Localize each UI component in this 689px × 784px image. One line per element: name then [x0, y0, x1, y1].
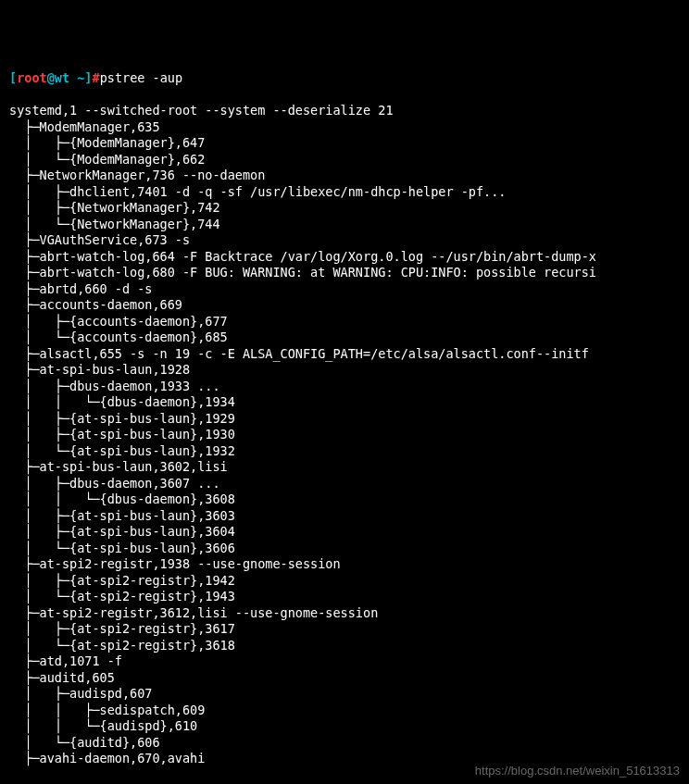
output-line: │ └─{auditd},606 — [9, 735, 680, 752]
output-line: │ ├─{at-spi-bus-laun},3604 — [9, 524, 680, 541]
output-line: │ ├─dhclient,7401 -d -q -sf /usr/libexec… — [9, 184, 680, 201]
output-line: │ │ └─{dbus-daemon},1934 — [9, 394, 680, 411]
output-line: │ ├─dbus-daemon,3607 ... — [9, 476, 680, 492]
output-line: ├─abrt-watch-log,680 -F BUG: WARNING: at… — [9, 265, 680, 281]
output-line: ├─at-spi2-registr,3612,lisi --use-gnome-… — [9, 605, 680, 622]
output-line: ├─at-spi-bus-laun,1928 — [9, 362, 680, 379]
output-line: │ │ └─{audispd},610 — [9, 718, 680, 735]
prompt-hash: # — [92, 70, 99, 85]
output-line: │ │ ├─sedispatch,609 — [9, 703, 680, 719]
output-line: │ ├─{at-spi2-registr},3617 — [9, 621, 680, 638]
output-line: │ ├─{NetworkManager},742 — [9, 200, 680, 217]
output-line: │ │ └─{dbus-daemon},3608 — [9, 492, 680, 508]
prompt-space — [69, 70, 77, 85]
output-line: ├─alsactl,655 -s -n 19 -c -E ALSA_CONFIG… — [9, 346, 680, 363]
output-line: │ ├─{accounts-daemon},677 — [9, 314, 680, 330]
output-line: ├─NetworkManager,736 --no-daemon — [9, 168, 680, 184]
output-line: │ ├─{ModemManager},647 — [9, 135, 680, 152]
output-line: │ └─{at-spi2-registr},1943 — [9, 589, 680, 605]
prompt-line[interactable]: [root@wt ~]#pstree -aup — [9, 70, 680, 87]
output-line: ├─abrt-watch-log,664 -F Backtrace /var/l… — [9, 249, 680, 266]
output-line: ├─at-spi-bus-laun,3602,lisi — [9, 459, 680, 476]
output-line: ├─at-spi2-registr,1938 --use-gnome-sessi… — [9, 556, 680, 573]
prompt-host: wt — [55, 70, 69, 85]
output-line: │ ├─{at-spi-bus-laun},3603 — [9, 508, 680, 525]
output-line: │ └─{accounts-daemon},685 — [9, 330, 680, 346]
output-line: ├─auditd,605 — [9, 670, 680, 687]
terminal-output: systemd,1 --switched-root --system --des… — [9, 103, 680, 767]
output-line: │ ├─{at-spi-bus-laun},1930 — [9, 427, 680, 443]
output-line: ├─abrtd,660 -d -s — [9, 281, 680, 298]
output-line: │ ├─{at-spi2-registr},1942 — [9, 573, 680, 590]
output-line: │ └─{at-spi2-registr},3618 — [9, 638, 680, 654]
prompt-at: @ — [47, 70, 55, 85]
output-line: systemd,1 --switched-root --system --des… — [9, 103, 680, 119]
output-line: ├─VGAuthService,673 -s — [9, 232, 680, 249]
output-line: │ ├─{at-spi-bus-laun},1929 — [9, 411, 680, 428]
output-line: ├─ModemManager,635 — [9, 119, 680, 136]
output-line: │ └─{NetworkManager},744 — [9, 217, 680, 233]
output-line: │ ├─dbus-daemon,1933 ... — [9, 379, 680, 395]
prompt-user: root — [17, 70, 47, 85]
output-line: │ └─{at-spi-bus-laun},1932 — [9, 443, 680, 460]
output-line: ├─atd,1071 -f — [9, 653, 680, 670]
output-line: │ ├─audispd,607 — [9, 686, 680, 703]
output-line: │ └─{at-spi-bus-laun},3606 — [9, 541, 680, 557]
bracket-open: [ — [9, 70, 17, 85]
output-line: │ └─{ModemManager},662 — [9, 152, 680, 168]
watermark-text: https://blog.csdn.net/weixin_51613313 — [475, 763, 680, 779]
output-line: ├─accounts-daemon,669 — [9, 297, 680, 314]
command-text: pstree -aup — [100, 70, 182, 85]
